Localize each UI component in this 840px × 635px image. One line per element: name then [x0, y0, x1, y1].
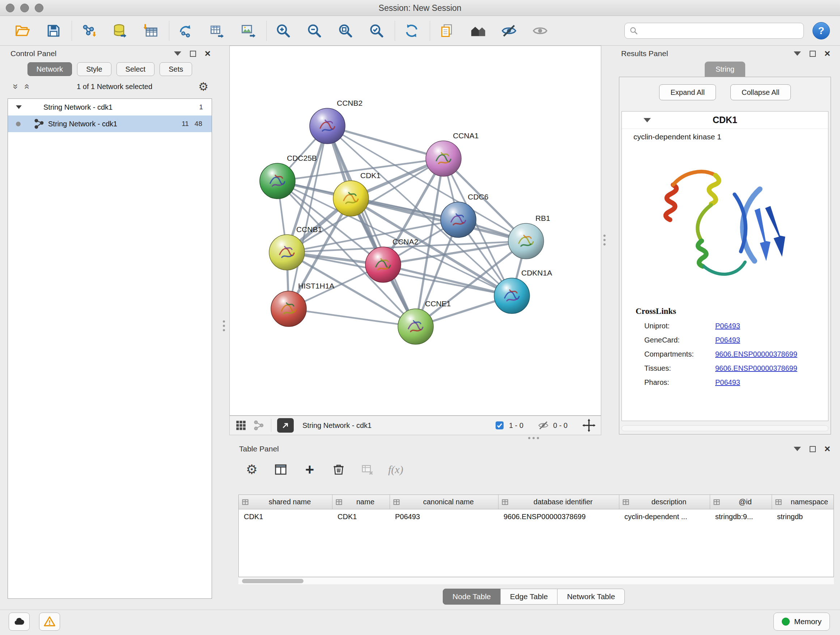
table-cell[interactable]: stringdb: [772, 509, 834, 524]
save-session-button[interactable]: [44, 21, 63, 40]
maximize-panel-icon[interactable]: [810, 446, 816, 452]
network-node-rb1[interactable]: [508, 223, 544, 259]
network-node-ccna2[interactable]: [365, 247, 401, 282]
open-session-button[interactable]: [13, 21, 32, 40]
column-header-id[interactable]: @id: [710, 495, 772, 509]
network-overview-icon[interactable]: [253, 419, 265, 432]
warnings-button[interactable]: [39, 613, 60, 631]
column-header-canonical-name[interactable]: canonical name: [390, 495, 499, 509]
hide-selected-button[interactable]: [500, 21, 518, 40]
network-node-ccne1[interactable]: [398, 309, 433, 344]
zoom-window-button[interactable]: [35, 4, 43, 12]
zoom-in-button[interactable]: [274, 21, 293, 40]
network-node-cdkn1a[interactable]: [494, 278, 530, 314]
close-panel-icon[interactable]: ×: [205, 49, 210, 59]
network-node-cdc6[interactable]: [441, 202, 476, 238]
table-cell[interactable]: CDK1: [239, 509, 332, 524]
table-cell[interactable]: stringdb:9...: [710, 509, 772, 524]
expand-all-button[interactable]: Expand All: [659, 84, 716, 100]
home-button[interactable]: [469, 21, 487, 40]
crosslink-link[interactable]: P06493: [715, 336, 740, 344]
network-node-hist1h1a[interactable]: [271, 291, 306, 326]
zoom-fit-button[interactable]: [336, 21, 355, 40]
column-header-shared-name[interactable]: shared name: [239, 495, 332, 509]
float-panel-icon[interactable]: [794, 447, 801, 451]
tab-network[interactable]: Network: [27, 62, 72, 76]
collapse-all-button[interactable]: Collapse All: [730, 84, 791, 100]
tab-sets[interactable]: Sets: [159, 62, 192, 76]
copy-button[interactable]: [437, 21, 456, 40]
network-node-cdk1[interactable]: [333, 181, 369, 216]
minimize-window-button[interactable]: [20, 4, 29, 12]
zoom-out-button[interactable]: [305, 21, 324, 40]
network-node-cdc25b[interactable]: [260, 163, 295, 199]
hidden-eye-slash-icon[interactable]: [538, 420, 549, 431]
table-settings-gear-icon[interactable]: ⚙: [243, 461, 260, 478]
toolbar-search[interactable]: [624, 23, 804, 39]
column-header-namespace[interactable]: namespace: [772, 495, 834, 509]
zoom-selected-button[interactable]: [367, 21, 386, 40]
tab-select[interactable]: Select: [117, 62, 155, 76]
crosslink-link[interactable]: 9606.ENSP00000378699: [715, 364, 797, 372]
network-collection-row[interactable]: String Network - cdk1 1: [8, 99, 212, 116]
export-image-button[interactable]: [239, 21, 257, 40]
export-network-button[interactable]: [277, 418, 294, 432]
refresh-button[interactable]: [402, 21, 421, 40]
table-row[interactable]: CDK1CDK1P064939606.ENSP00000378699cyclin…: [239, 509, 834, 524]
network-graph[interactable]: CCNB2CCNA1CDC25BCDK1CDC6RB1CCNB1CCNA2CDK…: [230, 46, 601, 415]
cloud-status-button[interactable]: [9, 613, 30, 631]
search-input[interactable]: [641, 26, 799, 35]
tab-node-table[interactable]: Node Table: [443, 589, 501, 605]
table-cell[interactable]: cyclin-dependent ...: [619, 509, 710, 524]
column-header-name[interactable]: name: [332, 495, 390, 509]
show-all-button[interactable]: [531, 21, 549, 40]
network-node-ccnb2[interactable]: [309, 108, 345, 144]
collapse-collection-icon[interactable]: [16, 105, 22, 109]
table-cell[interactable]: CDK1: [332, 509, 390, 524]
tab-network-table[interactable]: Network Table: [557, 589, 625, 605]
tab-style[interactable]: Style: [77, 62, 111, 76]
crosslink-link[interactable]: P06493: [715, 322, 740, 330]
left-splitter-handle[interactable]: [223, 320, 225, 323]
network-from-table-button[interactable]: [208, 21, 226, 40]
results-horizontal-scrollbar[interactable]: [622, 425, 829, 431]
horizontal-splitter-handle[interactable]: [528, 437, 531, 439]
table-horizontal-scrollbar[interactable]: [238, 578, 834, 584]
crosslink-link[interactable]: P06493: [715, 378, 740, 386]
delete-column-button[interactable]: [330, 461, 347, 478]
float-panel-icon[interactable]: [794, 51, 801, 56]
network-node-ccnb1[interactable]: [269, 234, 305, 270]
network-node-ccna1[interactable]: [426, 141, 461, 176]
maximize-panel-icon[interactable]: [810, 51, 816, 57]
import-table-button[interactable]: [141, 21, 160, 40]
crosslink-link[interactable]: 9606.ENSP00000378699: [715, 350, 797, 358]
memory-button[interactable]: Memory: [774, 613, 830, 631]
right-splitter-handle[interactable]: [603, 234, 606, 237]
network-options-gear-icon[interactable]: ⚙: [198, 81, 208, 92]
tab-string[interactable]: String: [705, 62, 745, 77]
network-canvas[interactable]: CCNB2CCNA1CDC25BCDK1CDC6RB1CCNB1CCNA2CDK…: [229, 46, 601, 416]
import-network-file-button[interactable]: [79, 21, 98, 40]
tab-edge-table[interactable]: Edge Table: [500, 589, 558, 605]
function-builder-button[interactable]: f(x): [388, 463, 403, 476]
network-edge[interactable]: [289, 309, 416, 326]
delete-table-button-disabled[interactable]: [359, 461, 376, 478]
float-panel-icon[interactable]: [174, 51, 181, 56]
table-cell[interactable]: P06493: [390, 509, 499, 524]
show-columns-button[interactable]: [272, 461, 289, 478]
import-network-database-button[interactable]: [111, 21, 129, 40]
column-header-database-identifier[interactable]: database identifier: [499, 495, 619, 509]
close-window-button[interactable]: [6, 4, 14, 12]
move-crosshair-icon[interactable]: [582, 418, 596, 432]
maximize-panel-icon[interactable]: [190, 51, 196, 57]
merge-networks-button[interactable]: [177, 21, 195, 40]
close-panel-icon[interactable]: ×: [824, 444, 830, 454]
collapse-all-networks-icon[interactable]: »: [11, 82, 21, 91]
close-panel-icon[interactable]: ×: [824, 49, 830, 59]
network-row[interactable]: String Network - cdk1 11 48: [8, 116, 212, 132]
expand-all-networks-icon[interactable]: »: [21, 82, 31, 91]
network-edge[interactable]: [327, 126, 416, 326]
help-button[interactable]: ?: [813, 22, 830, 40]
table-cell[interactable]: 9606.ENSP00000378699: [499, 509, 619, 524]
collapse-section-icon[interactable]: [644, 118, 651, 122]
